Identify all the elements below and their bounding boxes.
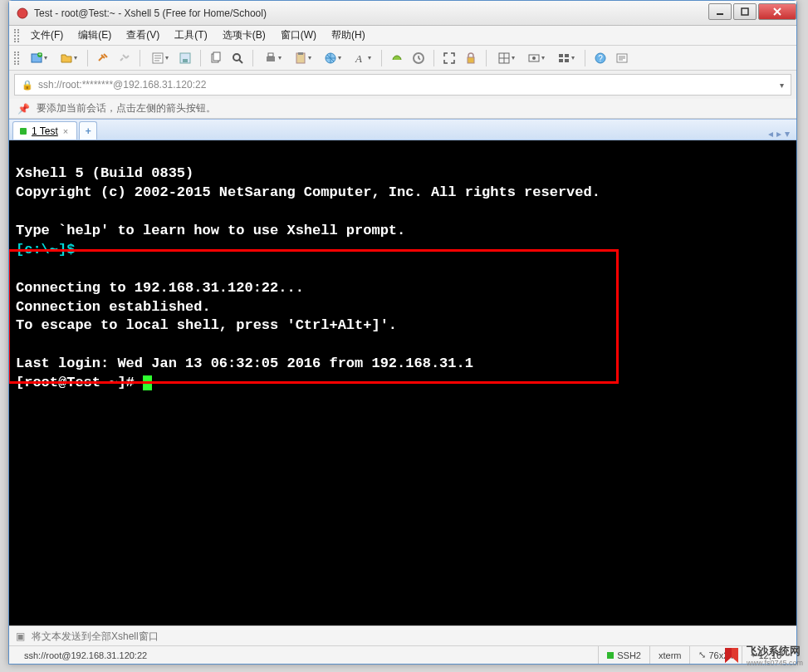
new-session-button[interactable]: +▾ [24,48,52,68]
fullscreen-button[interactable] [439,48,459,68]
svg-rect-23 [559,54,563,57]
svg-rect-12 [267,56,275,61]
send-bar: ▣ [9,625,796,645]
font-button[interactable]: A▾ [348,48,376,68]
help-button[interactable]: ? [590,48,610,68]
copy-button[interactable] [206,48,226,68]
pin-icon[interactable]: 📌 [17,103,30,115]
tab-close-icon[interactable]: × [63,126,68,136]
app-icon [16,7,29,20]
menubar: 文件(F) 编辑(E) 查看(V) 工具(T) 选项卡(B) 窗口(W) 帮助(… [9,26,796,46]
view-button[interactable]: ▾ [551,48,580,68]
svg-text:A: A [355,52,362,65]
term-line: Type `help' to learn how to use Xshell p… [16,223,405,238]
svg-rect-24 [565,54,569,57]
watermark-logo-icon [722,645,742,665]
send-input[interactable] [32,630,790,642]
titlebar[interactable]: Test - root@Test:~ - Xshell 5 (Free for … [9,1,796,26]
send-icon[interactable]: ▣ [16,630,25,642]
connect-button[interactable] [93,48,113,68]
layout-button[interactable]: ▾ [492,48,520,68]
clipboard-button[interactable]: ▾ [288,48,316,68]
menu-help[interactable]: 帮助(H) [325,27,372,44]
menu-edit[interactable]: 编辑(E) [71,27,118,44]
print-button[interactable]: ▾ [258,48,286,68]
svg-point-11 [233,54,240,61]
close-button[interactable] [758,3,796,20]
address-text: ssh://root:********@192.168.31.120:22 [38,79,206,91]
status-connection: ssh://root@192.168.31.120:22 [16,646,598,664]
maximize-button[interactable] [733,3,757,20]
term-line: Connection established. [16,299,211,315]
svg-rect-1 [717,13,723,15]
menu-tools[interactable]: 工具(T) [168,27,213,44]
svg-rect-2 [742,8,748,15]
tab-next-icon[interactable]: ▸ [776,128,781,140]
status-proto-icon [607,652,614,659]
terminal[interactable]: Xshell 5 (Build 0835) Copyright (c) 2002… [9,140,796,625]
svg-rect-8 [183,59,188,62]
svg-text:+: + [37,52,41,57]
tab-strip: 1 Test × + ◂ ▸ ▾ [9,119,796,140]
menu-window[interactable]: 窗口(W) [274,27,323,44]
send-button[interactable]: ▾ [522,48,550,68]
svg-rect-15 [298,52,303,55]
toolbar-grip-icon [14,29,19,42]
properties-button[interactable]: ▾ [145,48,174,68]
window-title: Test - root@Test:~ - Xshell 5 (Free for … [34,7,707,19]
menu-file[interactable]: 文件(F) [24,27,70,44]
menu-view[interactable]: 查看(V) [120,27,166,44]
globe-button[interactable]: ▾ [318,48,346,68]
hint-bar: 📌 要添加当前会话，点击左侧的箭头按钮。 [9,99,796,119]
term-line: Last login: Wed Jan 13 06:32:05 2016 fro… [16,356,473,371]
watermark-brand: 飞沙系统网 [747,644,803,659]
open-button[interactable]: ▾ [54,48,82,68]
lock-button[interactable] [461,48,481,68]
status-bar: ssh://root@192.168.31.120:22 SSH2 xterm … [9,645,796,664]
svg-point-22 [532,56,536,60]
about-button[interactable] [612,48,632,68]
svg-rect-10 [213,52,220,61]
svg-rect-26 [565,59,569,62]
connection-status-icon [20,128,27,135]
tab-test[interactable]: 1 Test × [12,121,77,140]
watermark-url: www.fs0745.com [747,659,803,667]
tab-label: 1 Test [32,125,58,137]
dropdown-icon[interactable]: ▾ [780,81,784,90]
save-button[interactable] [175,48,195,68]
lock-icon: 🔒 [22,80,33,91]
term-line: To escape to local shell, press 'Ctrl+Al… [16,317,397,333]
xftp-button[interactable] [387,48,407,68]
svg-rect-19 [468,57,474,63]
disconnect-button[interactable] [115,48,135,68]
address-bar[interactable]: 🔒 ssh://root:********@192.168.31.120:22 … [14,74,791,96]
term-line: Connecting to 192.168.31.120:22... [16,280,304,296]
minimize-button[interactable] [708,3,732,20]
svg-text:?: ? [598,54,603,63]
proxy-button[interactable] [409,48,428,68]
status-term: xterm [649,646,690,664]
status-proto: SSH2 [598,646,649,664]
menu-tabs[interactable]: 选项卡(B) [216,27,272,44]
toolbar: +▾ ▾ ▾ ▾ ▾ ▾ A▾ ▾ ▾ ▾ ? [9,46,796,71]
watermark: 飞沙系统网 www.fs0745.com [722,644,803,667]
hint-text: 要添加当前会话，点击左侧的箭头按钮。 [37,101,216,115]
term-line: Xshell 5 (Build 0835) [16,165,193,181]
svg-point-0 [17,8,27,18]
cursor-icon [143,375,152,390]
main-window: Test - root@Test:~ - Xshell 5 (Free for … [8,0,797,665]
new-tab-button[interactable]: + [79,121,97,140]
term-prompt: [c:\~]$ [16,242,75,258]
tab-list-icon[interactable]: ▾ [785,128,790,140]
tab-prev-icon[interactable]: ◂ [768,128,773,140]
term-prompt: [root@Test ~]# [16,375,143,390]
toolbar-grip-icon [14,52,19,65]
svg-rect-25 [559,59,563,62]
svg-rect-13 [268,53,273,56]
find-button[interactable] [228,48,247,68]
term-line: Copyright (c) 2002-2015 NetSarang Comput… [16,184,600,200]
